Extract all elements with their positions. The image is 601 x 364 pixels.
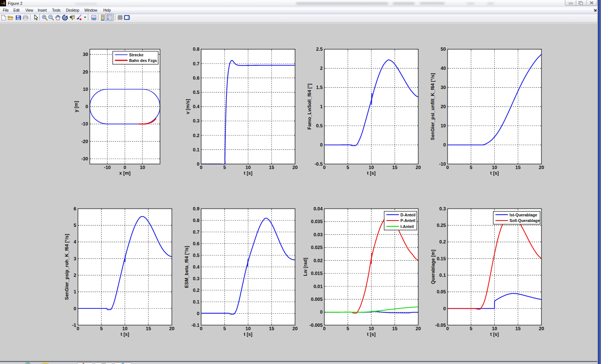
svg-text:15: 15 — [146, 326, 151, 331]
svg-text:0: 0 — [323, 326, 326, 331]
svg-text:-0.5: -0.5 — [314, 162, 323, 167]
svg-text:-10: -10 — [439, 162, 446, 167]
svg-text:0.005: 0.005 — [311, 297, 323, 302]
svg-text:0.2: 0.2 — [439, 239, 446, 245]
svg-text:0.2: 0.2 — [193, 288, 199, 293]
svg-text:t [s]: t [s] — [490, 332, 499, 337]
svg-text:ESM_beta_f64 [°/s]: ESM_beta_f64 [°/s] — [184, 246, 189, 288]
svg-text:t [s]: t [s] — [244, 332, 252, 337]
svg-text:1: 1 — [320, 104, 323, 109]
svg-text:0: 0 — [74, 306, 76, 311]
svg-text:0.035: 0.035 — [311, 219, 323, 224]
svg-text:0.05: 0.05 — [437, 289, 446, 295]
svg-text:-30: -30 — [81, 156, 88, 162]
svg-text:15: 15 — [269, 165, 274, 170]
svg-text:0.1: 0.1 — [193, 147, 199, 153]
svg-text:10: 10 — [492, 165, 497, 170]
svg-text:15: 15 — [392, 326, 397, 331]
svg-text:0: 0 — [443, 306, 446, 311]
svg-text:-0.1: -0.1 — [191, 323, 199, 328]
svg-text:0: 0 — [86, 104, 88, 109]
svg-text:0.7: 0.7 — [193, 61, 199, 66]
svg-text:10: 10 — [140, 165, 145, 170]
svg-text:v [m/s]: v [m/s] — [186, 99, 191, 114]
svg-text:2.5: 2.5 — [316, 47, 323, 52]
svg-text:0.5: 0.5 — [193, 90, 199, 95]
svg-text:x [m]: x [m] — [119, 171, 131, 176]
svg-text:Lw [rad]: Lw [rad] — [303, 258, 308, 276]
svg-text:D-Anteil: D-Anteil — [400, 213, 415, 217]
svg-text:0: 0 — [323, 165, 326, 170]
svg-text:20: 20 — [416, 165, 421, 170]
svg-text:1.5: 1.5 — [316, 85, 323, 90]
svg-text:0.2: 0.2 — [193, 133, 199, 138]
svg-text:0: 0 — [124, 165, 126, 170]
svg-text:-10: -10 — [81, 121, 88, 127]
svg-text:10: 10 — [122, 326, 128, 331]
svg-text:15: 15 — [515, 326, 521, 331]
svg-text:0.8: 0.8 — [193, 218, 199, 223]
svg-text:Famo_LwSoll_f64 [°]: Famo_LwSoll_f64 [°] — [307, 84, 312, 130]
svg-text:I-Anteil: I-Anteil — [400, 224, 414, 229]
svg-text:Ist-Querablage: Ist-Querablage — [510, 213, 538, 217]
svg-text:0: 0 — [200, 165, 202, 170]
svg-text:0.015: 0.015 — [311, 271, 323, 276]
svg-text:0.8: 0.8 — [193, 47, 199, 52]
svg-text:0.02: 0.02 — [314, 258, 323, 263]
svg-text:0.5: 0.5 — [316, 123, 323, 128]
svg-text:t [s]: t [s] — [367, 332, 376, 337]
svg-text:0: 0 — [320, 310, 323, 315]
svg-text:5: 5 — [223, 165, 226, 170]
svg-text:0: 0 — [320, 142, 323, 148]
svg-text:-0.05: -0.05 — [435, 323, 446, 328]
svg-text:40: 40 — [441, 66, 446, 71]
svg-text:-20: -20 — [81, 139, 88, 144]
svg-text:5: 5 — [223, 326, 226, 331]
svg-text:0.3: 0.3 — [193, 276, 199, 281]
svg-text:50: 50 — [441, 47, 446, 52]
svg-text:20: 20 — [83, 69, 88, 75]
svg-text:0.04: 0.04 — [314, 206, 323, 211]
svg-text:20: 20 — [539, 165, 544, 170]
svg-text:0.4: 0.4 — [193, 104, 199, 109]
svg-text:0: 0 — [446, 165, 449, 170]
svg-text:10: 10 — [246, 326, 251, 331]
svg-text:Strecke: Strecke — [129, 53, 143, 57]
svg-text:0: 0 — [446, 326, 449, 331]
svg-text:-0.005: -0.005 — [310, 323, 323, 328]
svg-text:10: 10 — [369, 165, 374, 170]
svg-text:0.6: 0.6 — [193, 76, 199, 81]
svg-text:10: 10 — [369, 326, 374, 331]
svg-text:y [m]: y [m] — [74, 101, 79, 112]
svg-text:5: 5 — [470, 326, 473, 331]
svg-text:20: 20 — [293, 165, 298, 170]
svg-text:10: 10 — [246, 165, 251, 170]
svg-text:0: 0 — [197, 162, 199, 167]
svg-text:5: 5 — [470, 165, 473, 170]
svg-text:Soll-Querablage: Soll-Querablage — [510, 218, 540, 223]
svg-text:2: 2 — [320, 66, 323, 71]
svg-text:10: 10 — [83, 87, 88, 92]
svg-text:20: 20 — [416, 326, 421, 331]
svg-text:t [s]: t [s] — [490, 171, 499, 176]
svg-text:3: 3 — [74, 256, 76, 261]
svg-text:0.15: 0.15 — [437, 256, 446, 261]
svg-text:5: 5 — [100, 326, 103, 331]
svg-text:0.3: 0.3 — [193, 118, 199, 124]
svg-text:-1: -1 — [72, 323, 76, 328]
svg-text:Bahn des Fzgs: Bahn des Fzgs — [129, 58, 157, 63]
svg-text:0.3: 0.3 — [439, 206, 446, 211]
svg-text:0.5: 0.5 — [193, 253, 199, 258]
svg-text:-10: -10 — [104, 165, 111, 170]
svg-text:0: 0 — [443, 142, 446, 148]
svg-text:15: 15 — [515, 165, 521, 170]
svg-text:20: 20 — [169, 326, 175, 331]
svg-text:4: 4 — [74, 239, 76, 245]
svg-text:0.1: 0.1 — [193, 299, 199, 305]
svg-text:20: 20 — [293, 326, 298, 331]
svg-text:0.1: 0.1 — [439, 273, 446, 278]
svg-text:5: 5 — [74, 223, 76, 228]
svg-text:SenGier_psi_unfilt_K_f64 [°/s]: SenGier_psi_unfilt_K_f64 [°/s] — [430, 73, 435, 140]
svg-text:0.01: 0.01 — [314, 284, 323, 289]
svg-text:10: 10 — [441, 123, 446, 128]
